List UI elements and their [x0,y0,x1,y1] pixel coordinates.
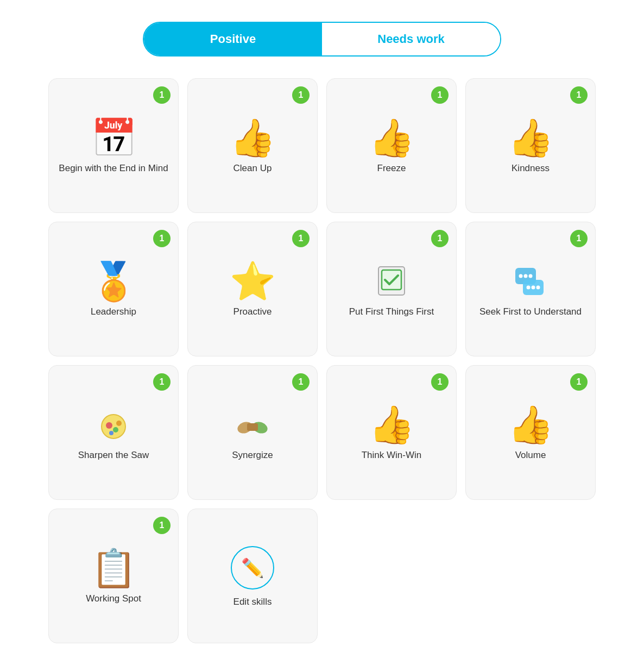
proactive-icon: ⭐ [230,262,276,299]
card-think-win-win[interactable]: 1 👍 Think Win-Win [326,365,457,500]
card-sharpen-saw[interactable]: 1 Sharpen the Saw [48,365,179,500]
seek-first-icon [512,262,549,299]
put-first-icon [373,262,410,299]
positive-tab[interactable]: Positive [144,23,322,55]
badge-volume: 1 [570,373,588,391]
synergize-icon [234,406,271,443]
think-win-win-icon: 👍 [369,406,415,443]
svg-point-14 [109,431,113,435]
label-put-first: Put First Things First [349,306,434,318]
badge-proactive: 1 [292,230,310,247]
card-leadership[interactable]: 1 🏅 Leadership [48,222,179,356]
card-kindness[interactable]: 1 👍 Kindness [465,78,596,213]
volume-icon: 👍 [508,406,554,443]
badge-sharpen-saw: 1 [153,373,171,391]
toggle-group: Positive Needs work [143,22,501,57]
freeze-icon: 👍 [369,119,415,156]
edit-circle-icon: ✏️ [231,546,274,590]
label-edit-skills: Edit skills [233,596,272,609]
clean-up-icon: 👍 [230,119,276,156]
badge-synergize: 1 [292,373,310,391]
card-volume[interactable]: 1 👍 Volume [465,365,596,500]
label-freeze: Freeze [377,162,406,175]
svg-rect-17 [247,423,258,431]
svg-point-7 [527,285,531,289]
card-proactive[interactable]: 1 ⭐ Proactive [187,222,318,356]
svg-point-3 [519,274,523,278]
label-kindness: Kindness [512,162,550,175]
card-put-first[interactable]: 1 Put First Things First [326,222,457,356]
label-clean-up: Clean Up [233,162,272,175]
badge-begin-with-end: 1 [153,86,171,104]
svg-point-5 [529,274,533,278]
skills-grid: 1 📅 Begin with the End in Mind 1 👍 Clean… [48,78,596,643]
badge-freeze: 1 [431,86,449,104]
svg-point-10 [102,415,125,438]
card-seek-first[interactable]: 1 Seek First to Understand [465,222,596,356]
card-edit-skills[interactable]: ✏️ Edit skills [187,509,318,643]
svg-point-8 [532,285,535,289]
needs-work-tab[interactable]: Needs work [322,23,500,55]
svg-point-4 [524,274,528,278]
card-freeze[interactable]: 1 👍 Freeze [326,78,457,213]
working-spot-icon: 📋 [91,549,137,586]
label-begin-with-end: Begin with the End in Mind [59,162,168,175]
badge-kindness: 1 [570,86,588,104]
label-seek-first: Seek First to Understand [479,306,582,318]
begin-with-end-icon: 📅 [91,119,137,156]
badge-working-spot: 1 [153,517,171,534]
sharpen-saw-icon [95,406,132,443]
svg-point-13 [116,421,122,426]
badge-think-win-win: 1 [431,373,449,391]
label-working-spot: Working Spot [86,593,141,605]
kindness-icon: 👍 [508,119,554,156]
card-synergize[interactable]: 1 Synergize [187,365,318,500]
card-clean-up[interactable]: 1 👍 Clean Up [187,78,318,213]
svg-point-9 [536,285,540,289]
label-synergize: Synergize [232,449,273,462]
badge-put-first: 1 [431,230,449,247]
badge-seek-first: 1 [570,230,588,247]
leadership-icon: 🏅 [91,262,137,299]
card-working-spot[interactable]: 1 📋 Working Spot [48,509,179,643]
label-leadership: Leadership [91,306,136,318]
label-proactive: Proactive [233,306,272,318]
label-volume: Volume [515,449,546,462]
label-think-win-win: Think Win-Win [362,449,422,462]
svg-point-11 [106,422,112,429]
card-begin-with-end[interactable]: 1 📅 Begin with the End in Mind [48,78,179,213]
badge-leadership: 1 [153,230,171,247]
pencil-icon: ✏️ [241,557,264,579]
svg-point-12 [113,427,118,432]
label-sharpen-saw: Sharpen the Saw [78,449,149,462]
badge-clean-up: 1 [292,86,310,104]
